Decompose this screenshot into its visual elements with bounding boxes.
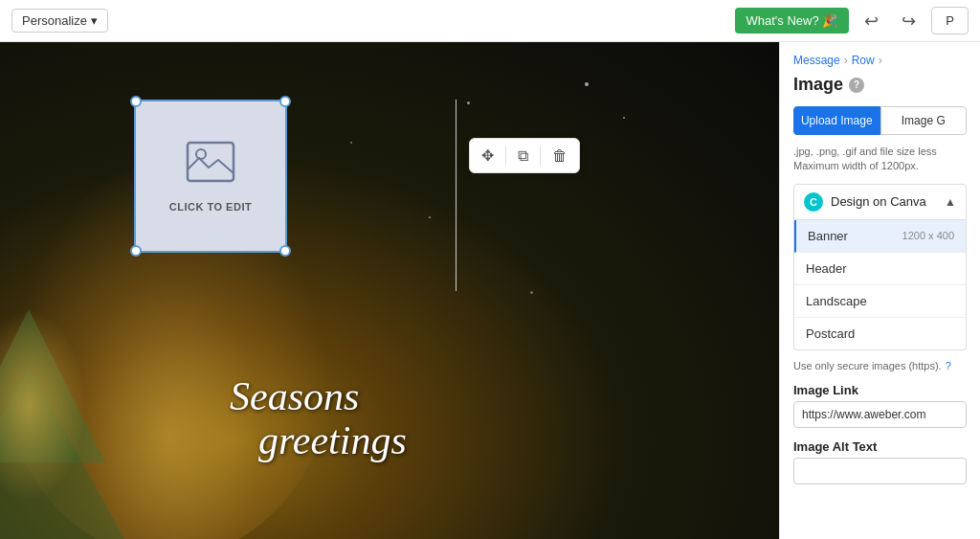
- snow-dot: [429, 216, 431, 218]
- info-icon[interactable]: ?: [849, 78, 864, 93]
- breadcrumb-sep1: ›: [844, 54, 848, 67]
- snow-dot: [530, 291, 533, 294]
- image-link-label: Image Link: [793, 383, 967, 397]
- personalize-label: Personalize: [22, 13, 87, 28]
- canvas-area[interactable]: Seasons greetings CLICK TO EDIT: [0, 42, 779, 539]
- handle-top-left[interactable]: [130, 96, 142, 107]
- helper-text-content: .jpg, .png, .gif and file size lessMaxim…: [793, 146, 937, 171]
- canva-header-left: C Design on Canva: [804, 192, 926, 212]
- dropdown-item-size-banner: 1200 x 400: [902, 230, 954, 241]
- dropdown-item-label-postcard: Postcard: [806, 326, 855, 341]
- dropdown-item-label-banner: Banner: [808, 229, 848, 243]
- undo-button[interactable]: ↩: [857, 7, 886, 35]
- canva-section: C Design on Canva ▲ Banner 1200 x 400 He…: [793, 184, 967, 360]
- vertical-divider: [456, 100, 457, 291]
- breadcrumb: Message › Row ›: [793, 54, 967, 67]
- image-alt-label: Image Alt Text: [793, 439, 967, 454]
- handle-top-right[interactable]: [279, 96, 291, 107]
- canva-header[interactable]: C Design on Canva ▲: [793, 184, 967, 220]
- seasons-line2: greetings: [258, 418, 407, 462]
- toolbar-divider-2: [540, 146, 541, 166]
- tab-image-gallery[interactable]: Image G: [880, 106, 968, 135]
- snow-dot: [585, 82, 589, 86]
- canva-label: Design on Canva: [831, 194, 926, 209]
- redo-icon: ↪: [902, 11, 916, 31]
- top-bar-left: Personalize ▾: [11, 9, 108, 33]
- delete-icon: 🗑: [552, 147, 568, 164]
- handle-bottom-right[interactable]: [279, 245, 291, 257]
- top-bar-right: What's New? 🎉 ↩ ↪ P: [735, 7, 969, 35]
- dropdown-item-label-landscape: Landscape: [806, 294, 867, 308]
- toolbar-divider: [505, 146, 506, 166]
- image-alt-input[interactable]: [793, 458, 967, 484]
- copy-button[interactable]: ⧉: [514, 144, 532, 168]
- secure-note: Use only secure images (https). ?: [793, 360, 967, 371]
- placeholder-text: CLICK TO EDIT: [169, 201, 252, 213]
- dropdown-item-label-header: Header: [806, 261, 847, 276]
- help-link-icon[interactable]: ?: [946, 360, 951, 371]
- dropdown-item-landscape[interactable]: Landscape: [794, 285, 966, 318]
- image-icon: [186, 141, 235, 193]
- dropdown-item-banner[interactable]: Banner 1200 x 400: [794, 220, 966, 253]
- image-placeholder[interactable]: CLICK TO EDIT: [134, 100, 287, 253]
- preview-button[interactable]: P: [931, 7, 969, 34]
- undo-icon: ↩: [864, 11, 879, 31]
- secure-note-text: Use only secure images (https).: [793, 360, 942, 371]
- tab-row: Upload Image Image G: [793, 106, 967, 135]
- chevron-up-icon: ▲: [945, 195, 956, 209]
- helper-text: .jpg, .png, .gif and file size lessMaxim…: [793, 145, 967, 174]
- section-title: Image ?: [793, 75, 967, 95]
- breadcrumb-row[interactable]: Row: [852, 54, 875, 67]
- whats-new-button[interactable]: What's New? 🎉: [735, 8, 850, 34]
- personalize-dropdown[interactable]: Personalize ▾: [11, 9, 108, 33]
- move-icon: ✥: [481, 147, 494, 164]
- dropdown-item-header[interactable]: Header: [794, 253, 966, 285]
- handle-bottom-left[interactable]: [130, 245, 142, 257]
- seasons-line1: Seasons: [230, 374, 407, 418]
- breadcrumb-message[interactable]: Message: [793, 54, 840, 67]
- tab-upload-image[interactable]: Upload Image: [793, 106, 880, 135]
- svg-point-1: [196, 149, 206, 159]
- copy-icon: ⧉: [518, 147, 528, 164]
- chevron-down-icon: ▾: [91, 13, 98, 28]
- breadcrumb-sep2: ›: [879, 54, 882, 67]
- dropdown-item-postcard[interactable]: Postcard: [794, 318, 966, 349]
- image-link-input[interactable]: [793, 401, 967, 428]
- delete-button[interactable]: 🗑: [548, 144, 571, 168]
- main-content: Seasons greetings CLICK TO EDIT: [0, 42, 980, 539]
- canva-dropdown: Banner 1200 x 400 Header Landscape Postc…: [793, 220, 967, 350]
- top-bar: Personalize ▾ What's New? 🎉 ↩ ↪ P: [0, 0, 980, 42]
- move-button[interactable]: ✥: [478, 143, 498, 168]
- floating-toolbar: ✥ ⧉ 🗑: [469, 138, 580, 173]
- canva-logo: C: [804, 192, 823, 212]
- seasons-greetings: Seasons greetings: [230, 374, 407, 462]
- right-panel: Message › Row › Image ? Upload Image Ima…: [779, 42, 980, 539]
- section-title-text: Image: [793, 75, 843, 95]
- redo-button[interactable]: ↪: [894, 7, 924, 35]
